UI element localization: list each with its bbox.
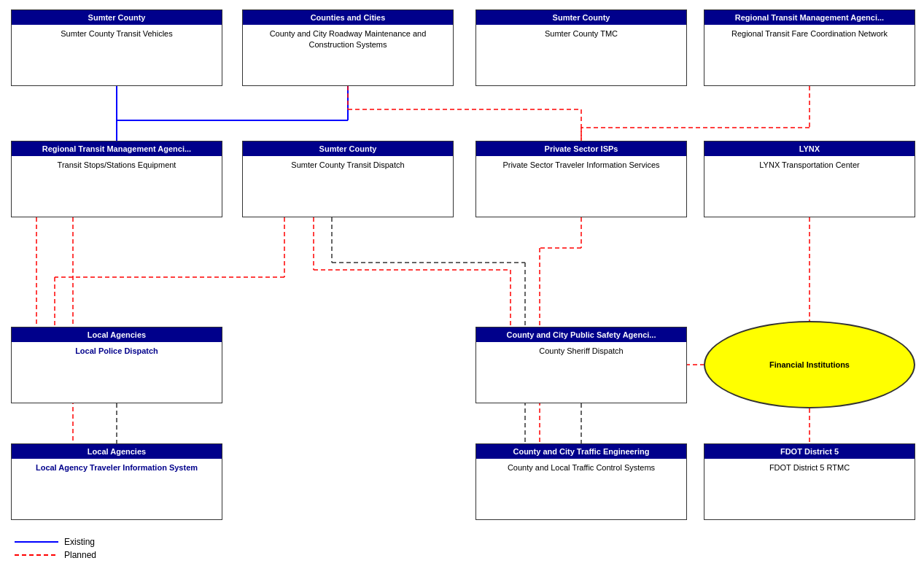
node-transit-stops: Regional Transit Management Agenci... Tr… [11,141,222,217]
node-fdot-district5-header: FDOT District 5 [704,444,915,459]
node-lynx: LYNX LYNX Transportation Center [704,141,915,217]
legend-existing: Existing [15,537,96,547]
node-county-traffic-control-header: County and City Traffic Engineering [476,444,686,459]
legend: Existing Planned [15,537,96,563]
node-county-sheriff: County and City Public Safety Agenci... … [475,327,687,403]
diagram-container: Sumter County Sumter County Transit Vehi… [0,0,924,574]
node-local-police: Local Agencies Local Police Dispatch [11,327,222,403]
legend-planned: Planned [15,550,96,560]
legend-existing-line [15,538,58,546]
node-sumter-tmc-header: Sumter County [476,10,686,25]
node-sumter-transit-dispatch-header: Sumter County [243,141,453,156]
node-sumter-transit-vehicles-header: Sumter County [12,10,222,25]
node-regional-transit-fare-body: Regional Transit Fare Coordination Netwo… [704,25,915,42]
node-transit-stops-body: Transit Stops/Stations Equipment [12,156,222,174]
node-financial-institutions-label: Financial Institutions [766,358,853,371]
node-sumter-tmc: Sumter County Sumter County TMC [475,9,687,86]
node-local-agency-traveler-header: Local Agencies [12,444,222,459]
node-lynx-header: LYNX [704,141,915,156]
node-sumter-transit-vehicles: Sumter County Sumter County Transit Vehi… [11,9,222,86]
node-private-sector-traveler: Private Sector ISPs Private Sector Trave… [475,141,687,217]
node-financial-institutions: Financial Institutions [704,321,915,408]
legend-existing-label: Existing [64,537,95,547]
node-county-city-roadway: Counties and Cities County and City Road… [242,9,454,86]
node-sumter-transit-dispatch-body: Sumter County Transit Dispatch [243,156,453,174]
node-county-traffic-control-body: County and Local Traffic Control Systems [476,459,686,476]
node-private-sector-header: Private Sector ISPs [476,141,686,156]
node-sumter-transit-dispatch: Sumter County Sumter County Transit Disp… [242,141,454,217]
node-private-sector-body: Private Sector Traveler Information Serv… [476,156,686,174]
node-county-traffic-control: County and City Traffic Engineering Coun… [475,443,687,520]
node-county-sheriff-body: County Sheriff Dispatch [476,342,686,360]
node-local-police-body: Local Police Dispatch [12,342,222,360]
node-fdot-district5-body: FDOT District 5 RTMC [704,459,915,476]
legend-planned-label: Planned [64,550,96,560]
node-county-city-roadway-header: Counties and Cities [243,10,453,25]
node-local-agency-traveler: Local Agencies Local Agency Traveler Inf… [11,443,222,520]
node-local-police-header: Local Agencies [12,327,222,342]
node-regional-transit-fare: Regional Transit Management Agenci... Re… [704,9,915,86]
node-fdot-district5: FDOT District 5 FDOT District 5 RTMC [704,443,915,520]
legend-planned-line [15,551,58,559]
node-local-agency-traveler-body: Local Agency Traveler Information System [12,459,222,476]
node-lynx-body: LYNX Transportation Center [704,156,915,174]
node-sumter-transit-vehicles-body: Sumter County Transit Vehicles [12,25,222,42]
node-regional-transit-fare-header: Regional Transit Management Agenci... [704,10,915,25]
node-county-sheriff-header: County and City Public Safety Agenci... [476,327,686,342]
node-county-city-roadway-body: County and City Roadway Maintenance and … [243,25,453,53]
node-sumter-tmc-body: Sumter County TMC [476,25,686,42]
node-transit-stops-header: Regional Transit Management Agenci... [12,141,222,156]
